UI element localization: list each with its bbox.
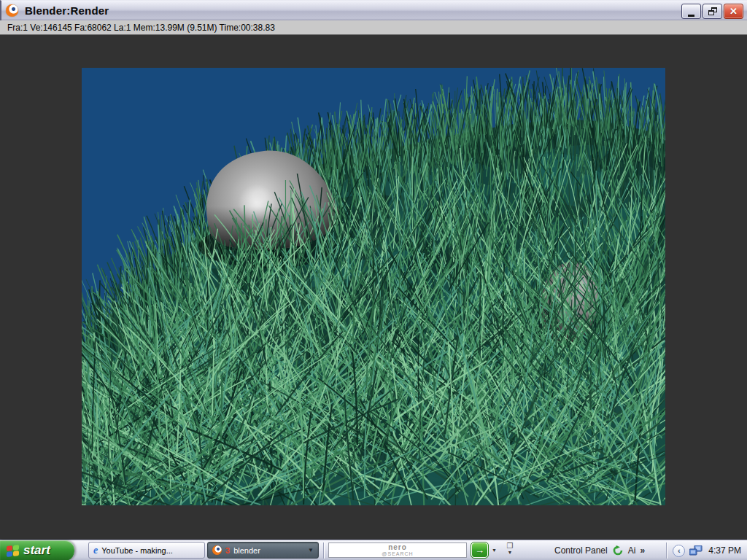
restore-icon bbox=[708, 7, 717, 15]
taskbar-separator bbox=[323, 542, 324, 559]
taskbar-group-blender[interactable]: 3 blender ▼ bbox=[207, 542, 319, 559]
internet-explorer-icon: e bbox=[93, 545, 98, 556]
nero-brand-bottom: @SEARCH bbox=[382, 551, 413, 556]
chevron-down-icon: ▼ bbox=[508, 550, 513, 556]
taskbar-item-label: YouTube - making... bbox=[101, 546, 173, 555]
green-swirl-icon[interactable] bbox=[612, 545, 624, 556]
blender-icon bbox=[212, 545, 222, 555]
desktop: Blender:Render ✕ Fra:1 Ve:146145 Fa:6806… bbox=[0, 0, 747, 560]
window-title: Blender:Render bbox=[25, 4, 109, 17]
tray-separator bbox=[666, 542, 667, 559]
deskband-restore-control[interactable]: ❐ ▼ bbox=[505, 542, 515, 559]
control-panel-toolbar: Control Panel Ai » bbox=[554, 540, 644, 560]
start-button[interactable]: start bbox=[0, 540, 74, 560]
toolbar-overflow-chevron[interactable]: » bbox=[640, 545, 644, 556]
window-titlebar: Blender:Render ✕ bbox=[0, 0, 747, 20]
minimize-button[interactable] bbox=[681, 4, 701, 19]
network-icon[interactable] bbox=[689, 545, 703, 556]
restore-window-icon: ❐ bbox=[507, 542, 514, 550]
render-stats-bar: Fra:1 Ve:146145 Fa:68062 La:1 Mem:13.99M… bbox=[0, 20, 747, 35]
nero-brand-top: nero bbox=[388, 544, 407, 551]
toolbar-title: Control Panel bbox=[554, 545, 608, 556]
render-workspace bbox=[0, 35, 747, 540]
taskbar-item-youtube[interactable]: e YouTube - making... bbox=[88, 542, 205, 559]
nero-search-input[interactable]: nero @SEARCH bbox=[328, 542, 467, 558]
system-tray: ‹ 4:37 PM bbox=[666, 540, 747, 560]
start-label: start bbox=[23, 543, 50, 558]
close-button[interactable]: ✕ bbox=[724, 4, 743, 19]
taskbar: start e YouTube - making... 3 blender ▼ … bbox=[0, 540, 747, 560]
taskbar-clock[interactable]: 4:37 PM bbox=[707, 545, 741, 556]
group-count: 3 bbox=[225, 546, 230, 555]
group-dropdown-icon[interactable]: ▼ bbox=[308, 547, 314, 553]
minimize-icon bbox=[688, 15, 694, 17]
nero-options-dropdown-icon[interactable]: ▼ bbox=[492, 548, 497, 553]
restore-button[interactable] bbox=[703, 4, 722, 19]
window-controls: ✕ bbox=[681, 4, 743, 19]
render-stats-text: Fra:1 Ve:146145 Fa:68062 La:1 Mem:13.99M… bbox=[7, 23, 275, 33]
windows-logo-icon bbox=[7, 545, 19, 557]
nero-search-go-button[interactable]: → bbox=[471, 542, 488, 558]
rendered-image-grass-and-rocks bbox=[82, 68, 665, 505]
toolbar-item-partial[interactable]: Ai bbox=[628, 545, 636, 556]
hide-inactive-icons-button[interactable]: ‹ bbox=[673, 545, 685, 557]
blender-app-icon bbox=[6, 4, 18, 17]
taskbar-item-label: blender bbox=[233, 546, 260, 555]
